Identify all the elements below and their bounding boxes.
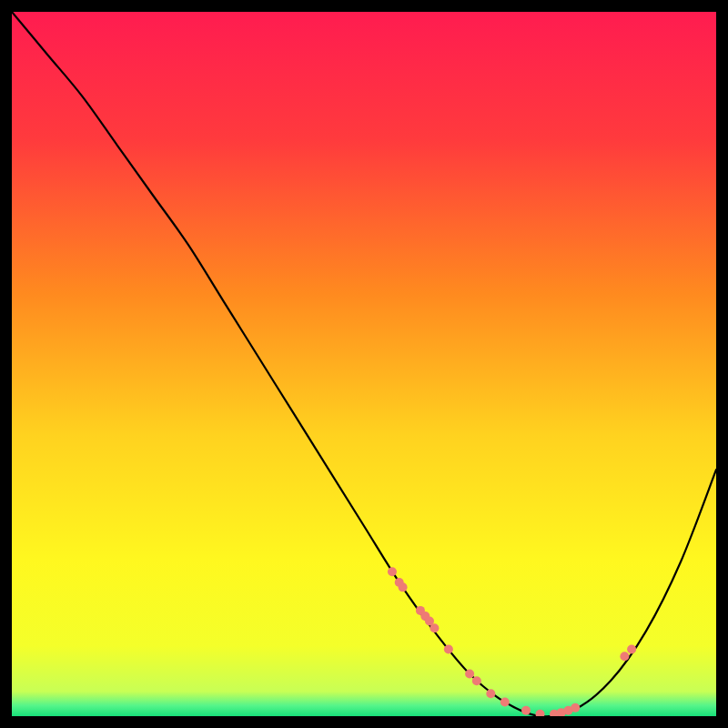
chart-svg [12, 12, 716, 716]
sample-point [444, 644, 453, 653]
sample-point [399, 582, 408, 592]
sample-point [472, 676, 481, 685]
sample-point [620, 652, 629, 661]
chart-frame: TheBottleneck.com [12, 12, 716, 716]
sample-point [430, 623, 439, 632]
gradient-background [12, 12, 716, 716]
sample-point [388, 567, 397, 576]
sample-point [627, 644, 636, 653]
sample-point [521, 706, 531, 715]
sample-point [465, 670, 474, 679]
sample-point [571, 703, 580, 713]
sample-point [486, 689, 495, 698]
sample-point [500, 698, 510, 707]
